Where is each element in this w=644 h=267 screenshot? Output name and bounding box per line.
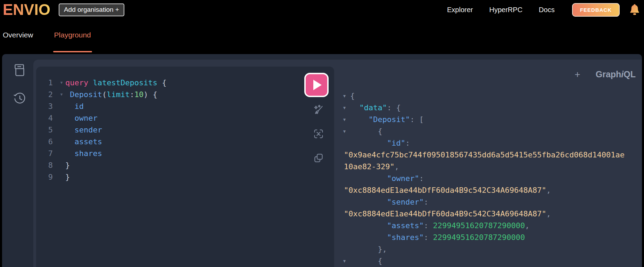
header-nav: Explorer HyperRPC Docs	[447, 6, 555, 14]
code-text: query latestDeposits {	[65, 77, 166, 89]
fold-gutter	[58, 112, 65, 124]
code-text: "shares": 22994951620787290000	[350, 232, 525, 243]
fold-arrow-icon[interactable]: ▼	[343, 126, 350, 137]
fold-gutter	[58, 171, 65, 183]
code-text: "id":	[350, 137, 410, 149]
fold-gutter	[343, 137, 350, 149]
fold-gutter	[58, 124, 65, 136]
fold-gutter	[58, 136, 65, 148]
fold-arrow-icon[interactable]: ▼	[343, 102, 350, 114]
code-text: }	[65, 160, 70, 171]
fold-gutter	[343, 243, 350, 255]
line-number: 4	[36, 112, 58, 124]
nav-link-explorer[interactable]: Explorer	[447, 6, 473, 14]
code-line: 8}	[36, 160, 334, 171]
code-line: "0x9ae4cfc75bc744f095018567435dd6a5d5415…	[343, 149, 641, 161]
code-line: "sender":	[343, 196, 641, 208]
feedback-button[interactable]: FEEDBACK	[572, 3, 620, 17]
code-line: 1▼query latestDeposits {	[36, 77, 334, 89]
code-text: assets	[65, 136, 102, 148]
code-line: ▼ "data": {	[343, 102, 641, 114]
code-line: "0xc8884edE1ae44bDfF60da4B9c542C34A69648…	[343, 208, 641, 220]
code-line: "id":	[343, 137, 641, 149]
tab-playground[interactable]: Playground	[54, 19, 91, 54]
copy-icon[interactable]	[313, 153, 324, 164]
add-organisation-button[interactable]: Add organisation +	[59, 3, 124, 16]
code-line: 2▼ Deposit(limit:10) {	[36, 89, 334, 101]
code-text: "sender":	[350, 196, 428, 208]
line-number: 7	[36, 148, 58, 160]
page-tabs: Overview Playground	[0, 19, 644, 54]
fold-gutter	[343, 232, 350, 243]
docs-explorer-icon[interactable]	[13, 63, 27, 77]
query-editor-code[interactable]: 1▼query latestDeposits {2▼ Deposit(limit…	[36, 77, 334, 183]
top-header: ENVIO Add organisation + Explorer HyperR…	[0, 0, 644, 19]
graphiql-logo-pre: Graph	[596, 69, 621, 79]
code-line: 4 owner	[36, 112, 334, 124]
code-text: {	[350, 90, 355, 102]
code-line: "assets": 22994951620787290000,	[343, 220, 641, 232]
code-text: }	[65, 171, 70, 183]
code-text: sender	[65, 124, 102, 136]
code-text: shares	[65, 148, 102, 160]
code-line: 3 id	[36, 101, 334, 112]
code-text: {	[350, 255, 382, 267]
code-line: "0xc8884edE1ae44bDfF60da4B9c542C34A69648…	[343, 184, 641, 196]
merge-fragments-icon[interactable]	[313, 128, 324, 139]
code-line: },	[343, 243, 641, 255]
envio-logo: ENVIO	[3, 0, 50, 19]
graphiql-panel: 1▼query latestDeposits {2▼ Deposit(limit…	[2, 54, 642, 267]
code-line: 10ae82-329",	[343, 161, 641, 173]
code-text: "owner":	[350, 173, 424, 184]
fold-arrow-icon[interactable]: ▼	[343, 114, 350, 126]
line-number: 1	[36, 77, 58, 89]
query-editor[interactable]: 1▼query latestDeposits {2▼ Deposit(limit…	[36, 67, 334, 267]
fold-arrow-icon[interactable]: ▼	[58, 89, 65, 101]
fold-arrow-icon[interactable]: ▼	[343, 255, 350, 267]
code-line: "owner":	[343, 173, 641, 184]
graphiql-session: 1▼query latestDeposits {2▼ Deposit(limit…	[33, 60, 642, 267]
fold-arrow-icon[interactable]: ▼	[343, 90, 350, 102]
fold-gutter	[58, 148, 65, 160]
nav-link-hyperrpc[interactable]: HyperRPC	[489, 6, 523, 14]
code-text: "Deposit": [	[350, 114, 424, 126]
bell-icon[interactable]	[629, 4, 640, 16]
code-line: ▼ "Deposit": [	[343, 114, 641, 126]
tab-overview[interactable]: Overview	[3, 19, 33, 54]
code-line: 6 assets	[36, 136, 334, 148]
code-text: },	[350, 243, 387, 255]
code-text: "assets": 22994951620787290000,	[350, 220, 530, 232]
code-line: 9}	[36, 171, 334, 183]
line-number: 9	[36, 171, 58, 183]
session-header: + GraphiQL	[575, 69, 636, 79]
graphiql-logo: GraphiQL	[596, 69, 636, 79]
code-text: "0x9ae4cfc75bc744f095018567435dd6a5d5415…	[343, 149, 625, 161]
fold-gutter	[58, 160, 65, 171]
history-icon[interactable]	[13, 92, 27, 105]
prettify-icon[interactable]	[313, 104, 324, 115]
line-number: 2	[36, 89, 58, 101]
code-text: "0xc8884edE1ae44bDfF60da4B9c542C34A69648…	[343, 184, 551, 196]
fold-arrow-icon[interactable]: ▼	[58, 77, 65, 89]
line-number: 6	[36, 136, 58, 148]
code-text: "data": {	[350, 102, 401, 114]
fold-gutter	[343, 173, 350, 184]
fold-gutter	[58, 101, 65, 112]
play-icon	[313, 80, 322, 90]
add-tab-button[interactable]: +	[575, 70, 580, 79]
code-text: id	[65, 101, 84, 112]
code-line: ▼{	[343, 90, 641, 102]
line-number: 3	[36, 101, 58, 112]
response-viewer: ▼{▼ "data": {▼ "Deposit": [▼ { "id":"0x9…	[343, 90, 641, 267]
code-text: Deposit(limit:10) {	[65, 89, 157, 101]
code-line: ▼ {	[343, 255, 641, 267]
code-line: "shares": 22994951620787290000	[343, 232, 641, 243]
execute-query-button[interactable]	[304, 73, 329, 97]
nav-link-docs[interactable]: Docs	[539, 6, 555, 14]
code-text: {	[350, 126, 382, 137]
code-line: 5 sender	[36, 124, 334, 136]
graphiql-logo-post: QL	[624, 69, 636, 79]
code-text: "0xc8884edE1ae44bDfF60da4B9c542C34A69648…	[343, 208, 551, 220]
fold-gutter	[343, 196, 350, 208]
code-line: 7 shares	[36, 148, 334, 160]
